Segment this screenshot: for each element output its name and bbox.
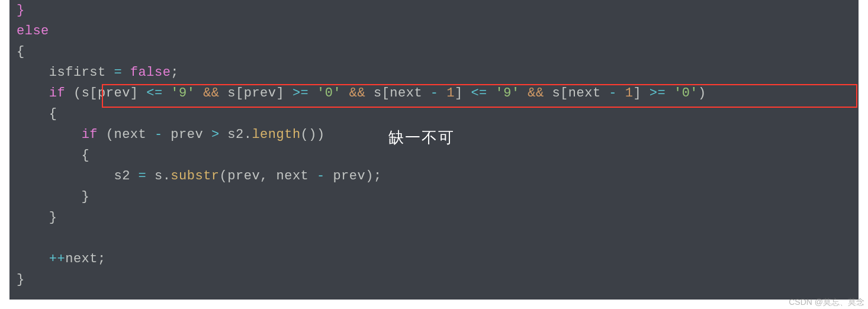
code-token: prev (171, 127, 211, 142)
code-token: } (17, 210, 57, 225)
code-token: length (252, 127, 300, 142)
code-area: }else{ isfirst = false; if (s[prev] <= '… (9, 0, 859, 300)
code-token: '9' (171, 86, 203, 101)
code-line: ++next; (17, 249, 859, 269)
code-token: ++ (49, 252, 65, 266)
code-token: s[prev] (227, 86, 292, 101)
code-token (17, 86, 49, 101)
code-token: s[prev] (82, 86, 147, 101)
code-token: (next (106, 127, 155, 142)
code-token: } (17, 3, 25, 18)
code-token: 1 (625, 86, 634, 101)
code-line (17, 228, 859, 249)
code-token: if (49, 86, 73, 101)
code-token: ; (171, 65, 179, 80)
code-token: s. (155, 169, 171, 184)
code-token: >= (650, 86, 674, 101)
code-token: 1 (446, 86, 455, 101)
code-token: - (609, 86, 625, 101)
code-token (17, 127, 82, 142)
code-line: } (17, 269, 859, 290)
code-token: { (17, 44, 25, 59)
code-token: s2. (227, 127, 252, 142)
code-line: isfirst = false; (17, 62, 859, 83)
code-line: { (17, 104, 859, 124)
code-token: substr (171, 169, 219, 184)
code-token: s2 (17, 169, 139, 184)
code-token: ] (455, 86, 471, 101)
code-line: } (17, 186, 859, 207)
code-token: } (17, 189, 89, 204)
code-token: && (349, 86, 374, 101)
code-token: <= (146, 86, 171, 101)
code-token: ( (73, 86, 82, 101)
code-line: if (s[prev] <= '9' && s[prev] >= '0' && … (17, 83, 859, 104)
code-token (17, 252, 49, 266)
code-token: (prev, next (220, 169, 317, 184)
code-line: { (17, 145, 859, 166)
code-token: s[next (374, 86, 430, 101)
code-line: { (17, 41, 859, 62)
code-token: s[next (552, 86, 609, 101)
code-token: false (130, 65, 171, 80)
code-token: - (317, 169, 333, 184)
code-token: <= (471, 86, 495, 101)
code-line: } (17, 0, 859, 21)
code-token: '0' (317, 86, 349, 101)
code-token: ] (633, 86, 649, 101)
watermark-text: CSDN @莫忘、莫念 (789, 297, 864, 308)
code-token: - (155, 127, 171, 142)
annotation-text: 缺一不可 (388, 127, 455, 148)
code-token: && (203, 86, 227, 101)
code-token: else (17, 24, 49, 38)
code-token: ) (698, 86, 706, 101)
code-line: else (17, 21, 859, 41)
code-token: '9' (495, 86, 528, 101)
code-token: ()) (301, 127, 325, 142)
code-line: s2 = s.substr(prev, next - prev); (17, 166, 859, 186)
code-token: > (211, 127, 227, 142)
code-token: { (17, 148, 89, 163)
code-token: >= (292, 86, 317, 101)
code-token: = (139, 169, 155, 184)
code-token: { (17, 107, 57, 121)
code-token: if (82, 127, 106, 142)
code-token: next; (65, 252, 106, 266)
code-token: } (17, 272, 25, 287)
code-token: - (430, 86, 446, 101)
code-line: } (17, 207, 859, 228)
code-token: = (114, 65, 130, 80)
code-token: prev); (333, 169, 381, 184)
code-token: && (528, 86, 552, 101)
code-token: isfirst (17, 65, 114, 80)
code-token: '0' (674, 86, 698, 101)
